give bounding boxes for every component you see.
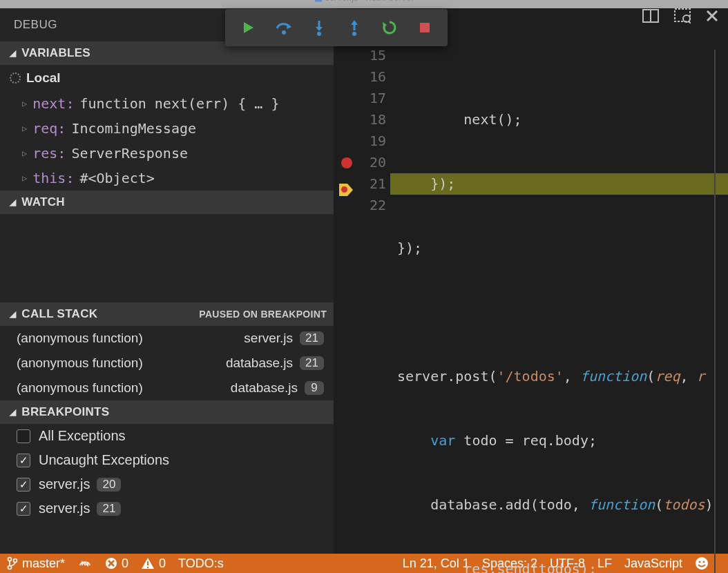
section-callstack-body: (anonymous function) server.js 21 (anony… [0,326,334,400]
debug-action-bar[interactable] [225,9,448,46]
variable-row[interactable]: ▷ res: ServerResponse [0,141,334,166]
loading-spinner-icon [10,72,21,84]
chevron-down-icon: ◢ [10,309,16,319]
code-lines[interactable]: next(); }); }); server.post('/todos', fu… [390,23,728,573]
git-branch-status[interactable]: master* [7,556,65,571]
window-title: ⬓ server.js - node-server [314,0,414,3]
breakpoint-row[interactable]: All Exceptions [0,424,334,448]
close-icon[interactable] [706,10,718,22]
svg-point-20 [352,32,356,36]
checkbox[interactable] [17,478,30,492]
chevron-right-icon: ▷ [22,148,27,158]
stop-button[interactable] [416,19,434,37]
vscode-icon: ⬓ [314,0,323,3]
callstack-frame[interactable]: (anonymous function) server.js 21 [0,326,334,351]
breakpoint-gutter[interactable] [334,23,360,573]
svg-point-22 [8,558,12,561]
checkbox[interactable] [17,502,30,516]
window-titlebar: ⬓ server.js - node-server [0,0,728,8]
breakpoint-row[interactable]: server.js 20 [0,472,334,496]
git-branch-icon [7,556,18,570]
errors-status[interactable]: 0 [105,556,128,571]
sync-icon [77,558,93,569]
todos-status[interactable]: TODO:s [178,556,224,571]
breakpoint-dot-icon[interactable] [341,157,352,168]
breakpoint-row[interactable]: server.js 21 [0,496,334,521]
show-preview-icon[interactable] [674,8,691,23]
callstack-frame[interactable]: (anonymous function) database.js 9 [0,376,334,400]
debug-sidebar: DEBUG Launch ◢ VARIABLES Local ▷ next: f… [0,8,334,554]
section-variables-body: Local ▷ next: function next(err) { … } ▷… [0,65,334,191]
step-out-button[interactable] [345,19,363,37]
restart-button[interactable] [381,19,399,37]
section-watch-header[interactable]: ◢ WATCH [0,191,334,214]
step-over-button[interactable] [275,19,293,37]
chevron-down-icon: ◢ [10,48,16,58]
current-line-arrow-icon [339,184,353,196]
error-icon [105,557,117,570]
svg-rect-21 [420,23,430,32]
chevron-right-icon: ▷ [22,124,27,133]
section-watch-body [0,214,334,302]
warnings-status[interactable]: 0 [141,556,166,571]
svg-point-29 [147,567,149,568]
chevron-right-icon: ▷ [22,173,27,183]
breakpoint-row[interactable]: Uncaught Exceptions [0,448,334,472]
section-breakpoints-body: All Exceptions Uncaught Exceptions serve… [0,424,334,521]
svg-point-18 [317,32,321,36]
variables-scope-local[interactable]: Local [0,65,334,91]
line-number-gutter: 14 15 16 17 18 19 20 21 22 [360,23,390,573]
warning-icon [141,557,155,570]
svg-point-16 [282,30,286,35]
svg-point-24 [14,559,17,563]
callstack-frame[interactable]: (anonymous function) database.js 21 [0,351,334,376]
variable-row[interactable]: ▷ this: #<Object> [0,166,334,191]
chevron-down-icon: ◢ [10,407,16,417]
continue-button[interactable] [240,19,258,37]
variable-row[interactable]: ▷ req: IncomingMessage [0,116,334,141]
checkbox[interactable] [17,429,30,443]
chevron-down-icon: ◢ [10,197,16,207]
git-sync-status[interactable] [77,558,93,569]
chevron-right-icon: ▷ [22,99,27,108]
variable-row[interactable]: ▷ next: function next(err) { … } [0,91,334,116]
debug-title: DEBUG [14,18,57,32]
section-breakpoints-header[interactable]: ◢ BREAKPOINTS [0,400,334,424]
step-into-button[interactable] [310,19,328,37]
code-editor[interactable]: 14 15 16 17 18 19 20 21 22 next(); }); }… [334,23,728,573]
callstack-status: PAUSED ON BREAKPOINT [199,309,327,320]
editor-area: 14 15 16 17 18 19 20 21 22 next(); }); }… [334,8,728,554]
split-editor-icon[interactable] [642,9,659,23]
checkbox[interactable] [17,454,30,467]
section-callstack-header[interactable]: ◢ CALL STACK PAUSED ON BREAKPOINT [0,302,334,326]
